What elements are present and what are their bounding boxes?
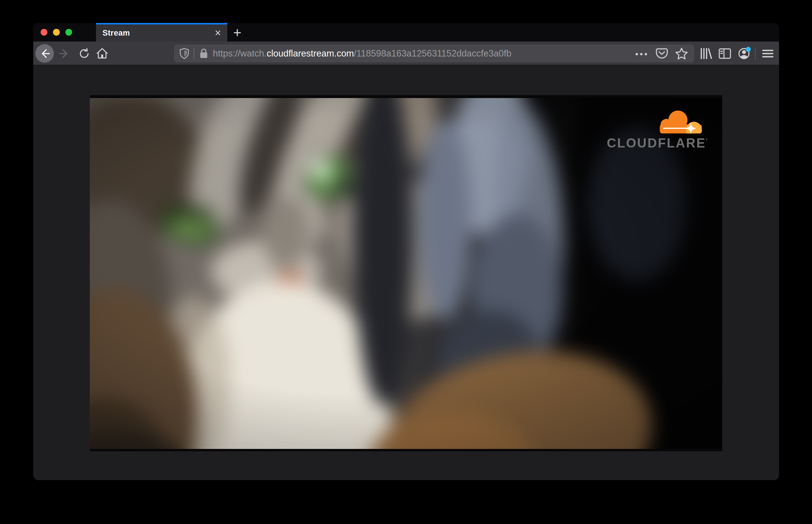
cloudflare-watermark: CLOUDFLARE' xyxy=(607,110,706,150)
sidebar-icon xyxy=(718,47,732,60)
tab-title: Stream xyxy=(102,29,211,38)
url-path: /118598a163a125631152ddaccfe3a0fb xyxy=(354,48,511,59)
reload-button[interactable] xyxy=(75,44,93,63)
forward-button[interactable] xyxy=(55,44,74,63)
sidebar-button[interactable] xyxy=(716,45,733,62)
menu-button[interactable] xyxy=(759,45,776,62)
library-button[interactable] xyxy=(697,45,715,62)
bookmark-star-icon[interactable] xyxy=(675,47,688,60)
traffic-lights xyxy=(40,23,72,42)
url-bar[interactable]: https://watch.cloudflarestream.com/11859… xyxy=(174,45,694,62)
video-player[interactable]: CLOUDFLARE' xyxy=(90,95,722,451)
tracking-protection-shield-icon[interactable] xyxy=(179,48,189,60)
video-top-letterbox xyxy=(90,95,722,98)
reload-icon xyxy=(78,47,91,60)
library-icon xyxy=(699,47,713,60)
url-scheme: https://watch. xyxy=(213,48,267,59)
url-text[interactable]: https://watch.cloudflarestream.com/11859… xyxy=(213,48,635,59)
navigation-toolbar: https://watch.cloudflarestream.com/11859… xyxy=(33,42,779,65)
back-button[interactable] xyxy=(35,44,54,63)
page-actions-icon[interactable]: ••• xyxy=(635,49,649,59)
account-badge xyxy=(746,47,751,52)
video-bottom-letterbox xyxy=(90,449,722,451)
home-button[interactable] xyxy=(93,44,111,63)
urlbar-separator xyxy=(194,48,194,59)
tab-close-icon[interactable]: × xyxy=(211,27,224,39)
tab-stream[interactable]: Stream × xyxy=(96,23,227,42)
hamburger-menu-icon xyxy=(761,48,775,60)
page-actions: ••• xyxy=(635,47,688,60)
new-tab-button[interactable]: + xyxy=(230,25,245,40)
back-arrow-icon xyxy=(39,48,51,60)
browser-window: Stream × + xyxy=(33,23,779,480)
tab-bar: Stream × + xyxy=(33,23,779,42)
window-minimize-button[interactable] xyxy=(53,29,60,36)
cloudflare-tm-mark: ' xyxy=(706,137,708,144)
forward-arrow-icon xyxy=(59,48,70,60)
window-zoom-button[interactable] xyxy=(65,29,72,36)
https-lock-icon[interactable] xyxy=(199,48,209,59)
pocket-icon[interactable] xyxy=(655,47,668,60)
cloudflare-cloud-logo-icon xyxy=(657,110,705,135)
home-icon xyxy=(95,47,109,60)
account-button[interactable] xyxy=(735,45,752,62)
window-close-button[interactable] xyxy=(40,29,47,36)
toolbar-separator xyxy=(755,47,756,60)
page-content: CLOUDFLARE' xyxy=(33,65,779,480)
cloudflare-watermark-text: CLOUDFLARE' xyxy=(607,136,706,150)
url-host: cloudflarestream.com xyxy=(267,48,354,59)
